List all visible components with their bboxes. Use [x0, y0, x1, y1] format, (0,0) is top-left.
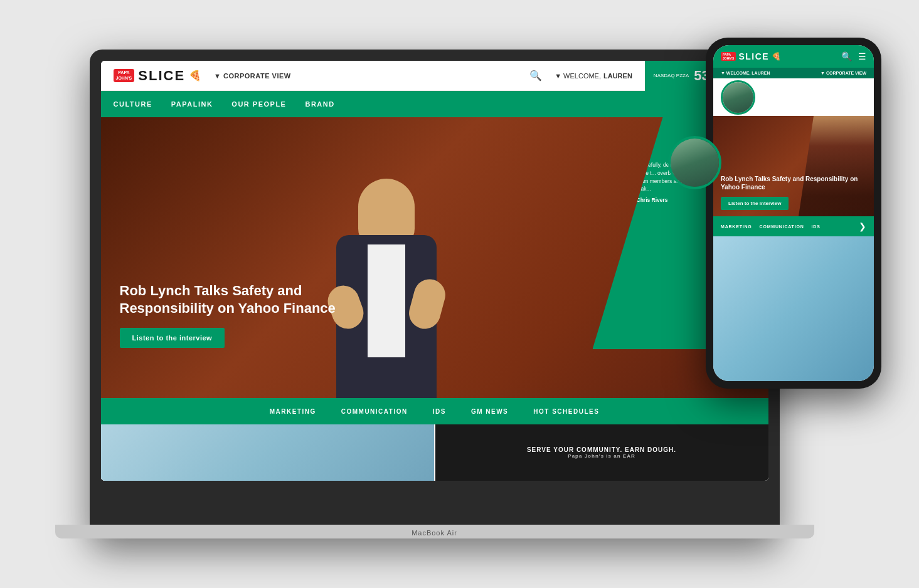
mobile-search-icon[interactable]: 🔍 [841, 51, 852, 61]
main-nav: CULTURE PAPALINK OUR PEOPLE BRAND [101, 91, 768, 117]
content-card-serve[interactable]: SERVE YOUR COMMUNITY. EARN DOUGH. Papa J… [435, 424, 768, 481]
website-container: PAPAJOHN'S SLICE 🍕 ▼ CORPORATE VIEW 🔍 ▼ … [101, 61, 768, 481]
hero-title: Rob Lynch Talks Safety and Responsibilit… [120, 282, 358, 318]
top-bar: PAPAJOHN'S SLICE 🍕 ▼ CORPORATE VIEW 🔍 ▼ … [101, 61, 768, 91]
mobile-menu-icon[interactable]: ☰ [858, 51, 866, 61]
mobile-screen: PAPAJOHN'S SLICE 🍕 🔍 ☰ ▼ WELCOME, LAUREN… [713, 45, 874, 381]
mobile-avatar-row [713, 78, 874, 116]
listen-button[interactable]: Listen to the interview [120, 328, 225, 348]
papa-johns-logo: PAPAJOHN'S [114, 69, 135, 82]
mask-image [101, 424, 434, 481]
sub-nav-marketing[interactable]: MARKETING [270, 408, 316, 415]
hand-right [405, 276, 449, 332]
corporate-view-selector[interactable]: ▼ CORPORATE VIEW [214, 72, 291, 80]
avatar-circle [668, 136, 721, 189]
hero-section: ““ "Hopefully, delivering food to heroes… [101, 117, 768, 398]
logo-area: PAPAJOHN'S SLICE 🍕 [114, 68, 202, 84]
slice-wordmark: SLICE [138, 68, 185, 84]
avatar-image [671, 139, 719, 187]
content-row: SERVE YOUR COMMUNITY. EARN DOUGH. Papa J… [101, 424, 768, 481]
mobile-pizza-icon: 🍕 [772, 52, 781, 61]
welcome-prefix: ▼ WELCOME, [555, 72, 601, 80]
mobile-sub-bar: ▼ WELCOME, LAUREN ▼ CORPORATE VIEW [713, 68, 874, 78]
mobile-avatar [721, 80, 755, 115]
mobile-nav-communication[interactable]: COMMUNICATION [760, 224, 804, 229]
serve-sub-text: Papa John's is an EAR [527, 453, 676, 459]
nav-item-our-people[interactable]: OUR PEOPLE [231, 100, 286, 108]
mobile-hero-title: Rob Lynch Talks Safety and Responsibilit… [721, 175, 866, 191]
mobile-nav-ids[interactable]: IDS [812, 224, 821, 229]
mobile-nav-chevron-icon[interactable]: ❯ [859, 221, 866, 231]
welcome-name: LAUREN [603, 72, 632, 80]
mobile-action-icons: 🔍 ☰ [841, 51, 866, 61]
mobile-sub-nav-items: MARKETING COMMUNICATION IDS [721, 224, 821, 229]
mobile-avatar-image [723, 82, 753, 113]
macbook-base: MacBook Air [55, 525, 814, 538]
mobile-corporate: ▼ CORPORATE VIEW [821, 71, 866, 75]
nav-item-brand[interactable]: BRAND [305, 100, 334, 108]
mobile-nav-marketing[interactable]: MARKETING [721, 224, 752, 229]
mobile-mask-card [713, 236, 874, 381]
mobile-listen-button[interactable]: Listen to the interview [721, 197, 789, 210]
macbook-screen: PAPAJOHN'S SLICE 🍕 ▼ CORPORATE VIEW 🔍 ▼ … [101, 61, 768, 481]
search-button[interactable]: 🔍 [529, 70, 542, 81]
nav-item-papalink[interactable]: PAPALINK [171, 100, 213, 108]
macbook-label: MacBook Air [412, 529, 457, 537]
serve-main-text: SERVE YOUR COMMUNITY. EARN DOUGH. [527, 446, 676, 453]
mobile-top-bar: PAPAJOHN'S SLICE 🍕 🔍 ☰ [713, 45, 874, 68]
nav-item-culture[interactable]: CULTURE [114, 100, 152, 108]
sub-nav-communication[interactable]: COMMUNICATION [341, 408, 408, 415]
mobile-hero-content: Rob Lynch Talks Safety and Responsibilit… [721, 175, 866, 210]
pizza-icon: 🍕 [189, 70, 201, 81]
macbook-device: PAPAJOHN'S SLICE 🍕 ▼ CORPORATE VIEW 🔍 ▼ … [90, 50, 780, 538]
nasdaq-text: NASDAQ PZZA [654, 73, 689, 79]
mobile-sub-nav: MARKETING COMMUNICATION IDS ❯ [713, 216, 874, 236]
corporate-view-label: ▼ CORPORATE VIEW [214, 72, 291, 80]
mobile-content-area [713, 236, 874, 381]
mobile-device: PAPAJOHN'S SLICE 🍕 🔍 ☰ ▼ WELCOME, LAUREN… [706, 38, 881, 389]
mobile-welcome: ▼ WELCOME, LAUREN [721, 71, 770, 75]
welcome-area: ▼ WELCOME, LAUREN [555, 72, 632, 80]
hero-content-area: Rob Lynch Talks Safety and Responsibilit… [120, 282, 358, 348]
nasdaq-label: NASDAQ PZZA [654, 73, 689, 79]
mobile-logo-area: PAPAJOHN'S SLICE 🍕 [721, 51, 781, 61]
sub-nav-hot-schedules[interactable]: HOT SCHEDULES [533, 408, 599, 415]
mobile-papa-logo: PAPAJOHN'S [721, 52, 736, 61]
sub-nav-gm-news[interactable]: GM NEWS [471, 408, 508, 415]
top-bar-left: PAPAJOHN'S SLICE 🍕 ▼ CORPORATE VIEW [114, 68, 291, 84]
mobile-hero: Rob Lynch Talks Safety and Responsibilit… [713, 116, 874, 216]
mobile-slice-wordmark: SLICE [738, 51, 769, 61]
sub-nav-ids[interactable]: IDS [433, 408, 446, 415]
serve-banner: SERVE YOUR COMMUNITY. EARN DOUGH. Papa J… [435, 424, 768, 481]
content-card-mask[interactable] [101, 424, 434, 481]
sub-nav: MARKETING COMMUNICATION IDS GM NEWS HOT … [101, 398, 768, 424]
serve-text: SERVE YOUR COMMUNITY. EARN DOUGH. Papa J… [527, 446, 676, 459]
